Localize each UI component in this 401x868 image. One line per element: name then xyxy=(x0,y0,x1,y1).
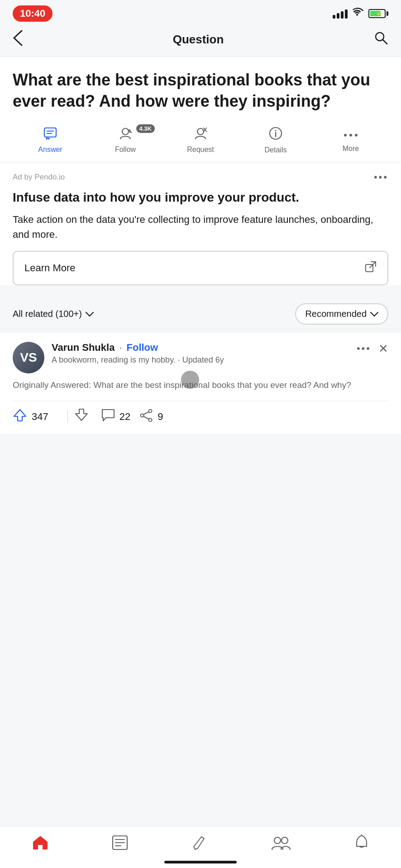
svg-line-23 xyxy=(143,412,149,415)
svg-point-17 xyxy=(355,134,358,137)
upvote-icon xyxy=(13,408,27,425)
author-row: VS Varun Shukla · Follow A bookworm, rea… xyxy=(13,342,224,373)
author-name: Varun Shukla xyxy=(52,342,115,354)
learn-more-button[interactable]: Learn More xyxy=(13,251,388,285)
filter-bar: All related (100+) Recommended xyxy=(0,296,401,332)
recommended-label: Recommended xyxy=(305,309,367,319)
ad-body: Take action on the data you're collectin… xyxy=(13,212,388,242)
all-related-label: All related (100+) xyxy=(13,309,82,319)
external-link-icon xyxy=(365,261,377,275)
details-action[interactable]: Details xyxy=(238,127,313,154)
follow-action[interactable]: 4.3K Follow xyxy=(88,127,163,154)
wifi-icon xyxy=(352,8,364,19)
signal-bars-icon xyxy=(333,9,348,19)
comment-icon xyxy=(101,409,115,425)
question-section: What are the best inspirational books th… xyxy=(0,57,401,161)
author-dot: · xyxy=(119,342,122,354)
answer-header: VS Varun Shukla · Follow A bookworm, rea… xyxy=(13,342,388,373)
learn-more-label: Learn More xyxy=(24,262,76,274)
vote-bar: 347 22 9 xyxy=(13,401,388,434)
follow-label: Follow xyxy=(115,146,136,154)
svg-line-24 xyxy=(143,416,149,419)
status-time: 10:40 xyxy=(13,5,53,22)
svg-line-1 xyxy=(383,40,387,44)
ad-section: Ad by Pendo.io ••• Infuse data into how … xyxy=(0,163,401,285)
request-icon xyxy=(194,127,207,143)
bottom-nav xyxy=(0,826,401,868)
nav-notifications[interactable] xyxy=(354,835,369,854)
question-title: What are the best inspirational books th… xyxy=(13,70,388,112)
comment-button[interactable]: 22 xyxy=(101,409,130,425)
answer-actions-right: ••• ✕ xyxy=(357,342,388,356)
nav-write[interactable] xyxy=(191,835,208,854)
downvote-button[interactable] xyxy=(74,408,95,425)
recommended-chevron-icon xyxy=(370,309,378,319)
svg-point-30 xyxy=(274,837,281,844)
upvote-count: 347 xyxy=(32,411,48,423)
share-count: 9 xyxy=(158,411,163,423)
comment-count: 22 xyxy=(119,411,130,423)
ad-more-button[interactable]: ••• xyxy=(374,171,388,183)
svg-point-15 xyxy=(344,134,347,137)
feed-icon xyxy=(112,835,128,854)
share-button[interactable]: 9 xyxy=(139,409,163,425)
answer-more-button[interactable]: ••• xyxy=(357,343,371,354)
follow-icon xyxy=(119,127,132,143)
original-question: Originally Answered: What are the best i… xyxy=(13,379,388,392)
nav-home[interactable] xyxy=(32,835,49,854)
author-bio: A bookworm, reading is my hobby. · Updat… xyxy=(52,355,224,365)
upvote-button[interactable]: 347 xyxy=(13,408,48,425)
svg-point-16 xyxy=(349,134,352,137)
recommended-filter[interactable]: Recommended xyxy=(295,303,388,325)
svg-point-6 xyxy=(122,128,129,135)
svg-point-9 xyxy=(197,128,204,135)
more-label: More xyxy=(343,145,359,153)
home-icon xyxy=(32,835,49,854)
nav-spaces[interactable] xyxy=(271,835,291,854)
spaces-icon xyxy=(271,835,291,854)
svg-point-31 xyxy=(282,837,288,844)
downvote-icon xyxy=(74,408,89,425)
ad-label-row: Ad by Pendo.io ••• xyxy=(13,171,388,183)
home-indicator xyxy=(164,861,237,863)
nav-feed[interactable] xyxy=(112,835,128,854)
follow-badge: 4.3K xyxy=(136,124,155,133)
svg-point-14 xyxy=(275,130,277,131)
avatar: VS xyxy=(13,342,44,373)
svg-line-29 xyxy=(201,837,204,839)
share-icon xyxy=(139,409,153,425)
nav-header: Question xyxy=(0,25,401,57)
page-title: Question xyxy=(173,33,224,47)
answer-card: VS Varun Shukla · Follow A bookworm, rea… xyxy=(0,333,401,434)
action-bar: Answer 4.3K Follow Request Details Mor xyxy=(13,123,388,161)
author-info: Varun Shukla · Follow A bookworm, readin… xyxy=(52,342,224,365)
answer-icon xyxy=(43,127,57,143)
back-button[interactable] xyxy=(13,30,23,49)
battery-icon: ⚡ xyxy=(368,9,388,18)
all-related-filter[interactable]: All related (100+) xyxy=(13,309,94,319)
search-icon[interactable] xyxy=(374,31,388,48)
more-dots-icon xyxy=(343,128,359,142)
avatar-image: VS xyxy=(13,342,44,373)
status-bar: 10:40 ⚡ xyxy=(0,0,401,25)
details-label: Details xyxy=(265,146,287,154)
status-icons: ⚡ xyxy=(333,8,388,19)
answer-action[interactable]: Answer xyxy=(13,127,88,154)
author-follow-button[interactable]: Follow xyxy=(127,342,158,354)
author-name-row: Varun Shukla · Follow xyxy=(52,342,224,354)
svg-rect-2 xyxy=(44,128,56,137)
request-label: Request xyxy=(187,146,214,154)
vote-divider xyxy=(67,410,68,423)
bell-icon xyxy=(354,835,369,854)
answer-label: Answer xyxy=(38,146,62,154)
request-action[interactable]: Request xyxy=(163,127,238,154)
ad-label: Ad by Pendo.io xyxy=(13,173,65,182)
details-icon xyxy=(269,127,282,143)
more-action[interactable]: More xyxy=(313,128,388,153)
answer-close-button[interactable]: ✕ xyxy=(378,342,388,356)
ad-headline: Infuse data into how you improve your pr… xyxy=(13,189,388,206)
write-icon xyxy=(191,835,208,854)
filter-chevron-icon xyxy=(86,309,94,319)
